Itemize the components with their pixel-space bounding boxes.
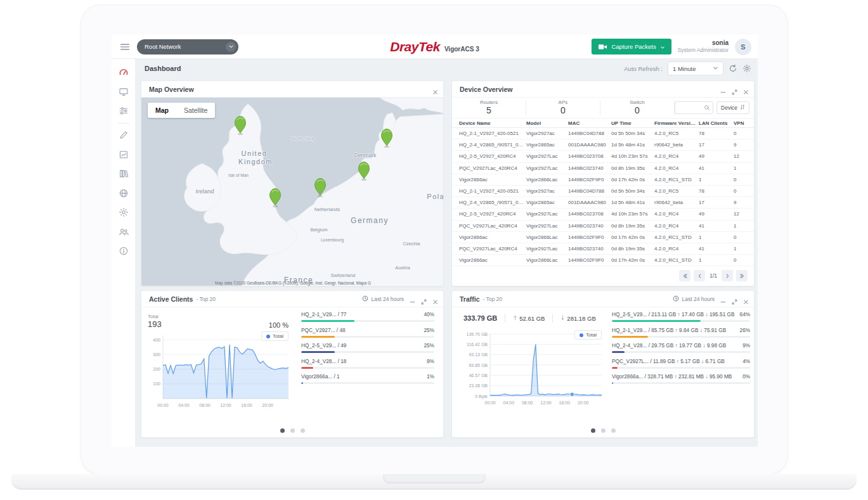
table-row[interactable]: PQC_V2927Lac_420RC4Vigor2927Lac1449BC023… [452, 163, 754, 174]
map[interactable]: Map Satellite North SeaUnitedKingdomIsle… [141, 98, 444, 286]
toplist-item[interactable]: PQC_V2927... / 48 25% [301, 327, 434, 338]
column-header[interactable]: Model [526, 120, 568, 126]
sidebar-item-sliders-icon[interactable] [119, 106, 129, 116]
chevron-down-icon [226, 42, 236, 52]
table-row[interactable]: HQ_2-5_V2927_420RC4Vigor2927Lac1449BC023… [452, 151, 754, 162]
expand-icon[interactable] [732, 296, 737, 302]
tab-map[interactable]: Map [148, 103, 176, 118]
svg-text:08:00: 08:00 [199, 403, 211, 407]
column-header[interactable]: LAN Clients [699, 120, 734, 126]
carousel-dot[interactable] [280, 428, 285, 433]
last-page-button[interactable] [736, 270, 748, 281]
network-selector[interactable]: Root Network [137, 39, 238, 54]
toplist-item[interactable]: HQ_2-5_V29... / 213.11 GB ↑ 17.40 GB ↓ 1… [612, 311, 750, 322]
sidebar-item-users-icon[interactable] [119, 227, 129, 237]
device-search-input[interactable] [675, 101, 713, 114]
search-field[interactable] [678, 105, 704, 112]
close-icon[interactable] [743, 296, 749, 302]
close-icon[interactable] [743, 86, 749, 92]
expand-icon[interactable] [421, 296, 427, 302]
close-icon[interactable] [432, 86, 438, 92]
carousel-dot[interactable] [601, 428, 606, 433]
table-row[interactable]: HQ_2-4_V2865_/90571_0520Vigor2865ac001DA… [452, 139, 754, 151]
panel-title: Device Overview [460, 86, 512, 93]
sidebar-item-library-icon[interactable] [119, 169, 129, 179]
carousel-dot[interactable] [611, 428, 616, 433]
table-row[interactable]: HQ_2-4_V2865_/90571_0520Vigor2865ac001DA… [452, 197, 754, 208]
close-icon[interactable] [432, 296, 438, 302]
toplist-item[interactable]: HQ_2-5_V29... / 49 25% [301, 342, 434, 353]
table-cell: Vigor2866Lac [526, 177, 568, 183]
toplist-item[interactable]: HQ_2-1_V29... / 77 40% [301, 311, 434, 322]
toplist-item[interactable]: HQ_2-4_V28... / 18 9% [301, 358, 434, 369]
table-row[interactable]: Vigor2866acVigor2866Lac1449BC02F9F00d 17… [452, 255, 754, 266]
traffic-download: 281.18 GB [553, 315, 603, 322]
toplist-bar-track [612, 320, 750, 322]
table-row[interactable]: Vigor2866acVigor2866Lac1449BC02F9F00d 17… [452, 232, 754, 243]
table-cell: 0d 5h 50m 34s [611, 131, 654, 136]
sidebar-item-maintenance-wrench-icon[interactable] [119, 130, 129, 140]
table-row[interactable]: PQC_V2927Lac_420RC4Vigor2927Lac1449BC023… [452, 221, 754, 232]
svg-text:04:00: 04:00 [178, 403, 190, 407]
toplist-item[interactable]: PQC_V2927L... / 11.89 GB ↑ 5.17 GB ↓ 6.7… [612, 358, 750, 369]
minimize-icon[interactable] [720, 86, 726, 92]
table-row[interactable]: HQ_2-5_V2927_420RC4Vigor2927Lac1449BC023… [452, 208, 754, 220]
table-row[interactable]: PQC_V2927Lac_420RC4Vigor2927Lac1449BC023… [452, 243, 754, 255]
device-stat-switch: Switch0 [600, 100, 675, 115]
table-cell: Vigor2927Lac [526, 223, 568, 229]
next-page-button[interactable] [722, 270, 733, 281]
svg-text:23.28 GB: 23.28 GB [469, 383, 488, 388]
column-header[interactable]: VPN [734, 120, 755, 126]
toplist-label: HQ_2-1_V29... / 77 [301, 311, 352, 317]
clock-icon [673, 295, 679, 303]
column-header[interactable]: UP Time [611, 120, 654, 126]
toplist-item[interactable]: HQ_2-4_V28... / 29.75 GB ↑ 19.77 GB ↓ 9.… [612, 342, 750, 353]
avatar[interactable]: S [735, 39, 751, 55]
sidebar-item-about-info-icon[interactable] [119, 246, 129, 256]
chart-legend[interactable]: Total [261, 331, 288, 341]
table-row[interactable]: HQ_2-1_V2927_420-0521Vigor2927ac1449BC04… [452, 128, 754, 139]
prev-page-button[interactable] [694, 270, 705, 281]
minimize-icon[interactable] [720, 296, 726, 302]
carousel-dot[interactable] [591, 428, 595, 433]
toplist-item[interactable]: HQ_2-1_V29... / 85.75 GB ↑ 9.84 GB ↓ 75.… [612, 327, 750, 338]
table-row[interactable]: HQ_2-1_V2927_420-0521Vigor2927ac1449BC04… [452, 186, 754, 197]
table-cell: PQC_V2927Lac_420RC4 [459, 165, 526, 171]
product-name: VigorACS 3 [444, 46, 479, 53]
map-place-label: Netherlands [314, 207, 340, 212]
sidebar-item-globe-icon[interactable] [119, 188, 129, 198]
carousel-dot[interactable] [301, 428, 305, 433]
first-page-button[interactable] [679, 270, 690, 281]
table-row[interactable]: Vigor2866acVigor2866Lac1449BC02F9F00d 17… [452, 174, 754, 186]
carousel-dot[interactable] [290, 428, 295, 433]
column-header[interactable]: Firmware Version [654, 120, 699, 126]
sidebar-item-reports-icon[interactable] [119, 150, 129, 160]
table-cell: 4.2.0_RC4 [654, 165, 699, 171]
gear-icon[interactable] [742, 64, 751, 73]
page-indicator: 1/1 [709, 272, 717, 279]
column-header[interactable]: MAC [568, 120, 611, 126]
column-header[interactable]: Device Name [459, 120, 526, 126]
capture-packets-button[interactable]: Capture Packets [592, 39, 671, 54]
toplist-label: Vigor2866a... / 1 [301, 373, 345, 380]
clock-icon [362, 295, 368, 303]
toplist-item[interactable]: Vigor2866a... / 1 1% [301, 373, 434, 384]
refresh-icon[interactable] [729, 64, 737, 73]
chart-legend[interactable]: Total [574, 330, 602, 340]
auto-refresh-select[interactable]: 1 Minute [668, 61, 723, 75]
table-cell: Vigor2865ac [526, 142, 568, 148]
tab-satellite[interactable]: Satellite [176, 103, 215, 118]
sidebar-item-dashboard-gauge-icon[interactable] [119, 67, 129, 77]
sidebar-item-network-monitor-icon[interactable] [119, 87, 129, 97]
svg-text:00:00: 00:00 [157, 403, 169, 407]
expand-icon[interactable] [732, 86, 737, 92]
sidebar-item-system-gear-icon[interactable] [119, 207, 129, 217]
map-place-label: Germany [351, 216, 389, 225]
toplist-item[interactable]: Vigor2866a... / 328.71 MB ↑ 232.81 MB ↓ … [612, 373, 750, 384]
toplist-percent: 9% [742, 342, 750, 349]
panel-subtitle: - Top 20 [196, 296, 216, 302]
minimize-icon[interactable] [410, 296, 415, 302]
device-filter-button[interactable]: Device [716, 101, 749, 114]
toplist-bar [612, 367, 618, 369]
menu-icon[interactable] [119, 41, 131, 53]
